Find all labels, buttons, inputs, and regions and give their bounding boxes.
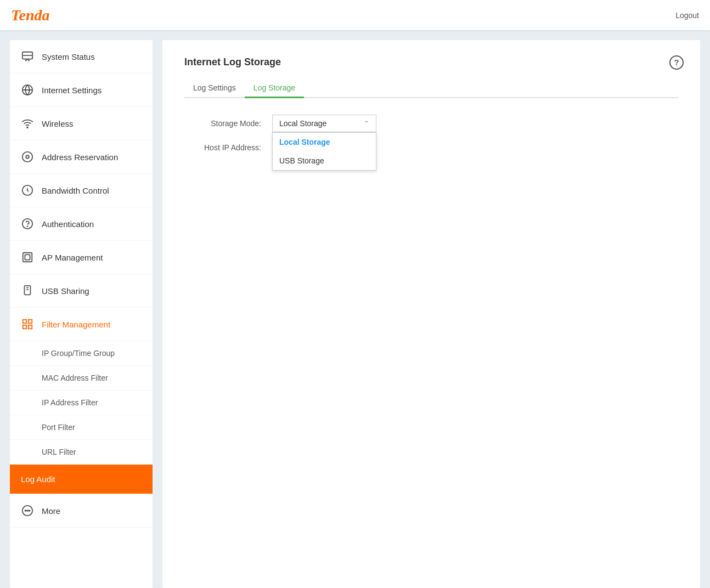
- sidebar-sub-label-url-filter: URL Filter: [42, 448, 76, 456]
- sidebar-item-ap-management[interactable]: AP Management: [10, 241, 153, 274]
- sidebar-sub-item-ip-group-time-group[interactable]: IP Group/Time Group: [10, 341, 153, 366]
- sidebar-item-authentication[interactable]: Authentication: [10, 207, 153, 241]
- svg-rect-17: [23, 325, 26, 329]
- main-content: Internet Log Storage ? Log Settings Log …: [162, 40, 700, 588]
- svg-point-22: [27, 510, 28, 511]
- logo: Tenda: [11, 7, 50, 24]
- sidebar-label-more: More: [42, 506, 60, 516]
- dropdown-selected[interactable]: Local Storage ⌃: [272, 115, 376, 132]
- sidebar-item-system-status[interactable]: System Status: [10, 40, 153, 74]
- sidebar: System Status Internet Settings Wireless: [10, 40, 153, 588]
- sidebar-label-internet-settings: Internet Settings: [42, 86, 102, 95]
- sidebar-label-address-reservation: Address Reservation: [42, 152, 118, 162]
- host-ip-label: Host IP Address:: [184, 143, 272, 152]
- auth-icon: [21, 217, 34, 230]
- usb-icon: [21, 284, 34, 297]
- sidebar-item-usb-sharing[interactable]: USB Sharing: [10, 274, 153, 308]
- sidebar-sub-label-port-filter: Port Filter: [42, 423, 75, 432]
- svg-point-6: [26, 155, 29, 159]
- monitor-icon: [21, 50, 34, 63]
- ap-icon: [21, 251, 34, 264]
- sidebar-item-wireless[interactable]: Wireless: [10, 107, 153, 140]
- sidebar-sub-item-url-filter[interactable]: URL Filter: [10, 440, 153, 465]
- layout: System Status Internet Settings Wireless: [10, 40, 700, 588]
- sidebar-item-more[interactable]: More: [10, 494, 153, 528]
- svg-point-23: [29, 510, 30, 511]
- tab-log-storage[interactable]: Log Storage: [245, 79, 304, 98]
- storage-mode-dropdown[interactable]: Local Storage ⌃ Local Storage USB Storag…: [272, 115, 376, 132]
- svg-rect-18: [29, 325, 32, 329]
- svg-rect-11: [25, 255, 30, 259]
- svg-point-5: [22, 152, 32, 162]
- storage-mode-row: Storage Mode: Local Storage ⌃ Local Stor…: [184, 115, 678, 132]
- svg-rect-10: [23, 253, 32, 262]
- sidebar-label-ap-management: AP Management: [42, 253, 103, 262]
- svg-point-4: [27, 127, 28, 128]
- sidebar-label-filter-management: Filter Management: [42, 320, 110, 329]
- sidebar-sub-label-ip-group-time-group: IP Group/Time Group: [42, 349, 115, 358]
- sidebar-item-address-reservation[interactable]: Address Reservation: [10, 140, 153, 174]
- logout-button[interactable]: Logout: [675, 11, 699, 20]
- dropdown-option-local-storage[interactable]: Local Storage: [273, 133, 376, 151]
- sidebar-label-usb-sharing: USB Sharing: [42, 286, 89, 296]
- sidebar-item-internet-settings[interactable]: Internet Settings: [10, 74, 153, 107]
- more-icon: [21, 504, 34, 517]
- filter-icon: [21, 318, 34, 331]
- dropdown-selected-text: Local Storage: [279, 119, 326, 128]
- dropdown-option-usb-storage[interactable]: USB Storage: [273, 151, 376, 170]
- sidebar-item-bandwidth-control[interactable]: Bandwidth Control: [10, 174, 153, 207]
- header: Tenda Logout: [0, 0, 710, 30]
- wireless-icon: [21, 117, 34, 130]
- storage-mode-label: Storage Mode:: [184, 119, 272, 128]
- sidebar-label-authentication: Authentication: [42, 219, 94, 229]
- page-title: Internet Log Storage: [184, 56, 678, 68]
- sidebar-item-log-audit[interactable]: Log Audit: [10, 465, 153, 494]
- tab-log-settings[interactable]: Log Settings: [184, 79, 245, 98]
- sidebar-label-system-status: System Status: [42, 52, 95, 61]
- globe-icon: [21, 83, 34, 97]
- sidebar-label-bandwidth-control: Bandwidth Control: [42, 186, 109, 195]
- sidebar-label-log-audit: Log Audit: [21, 474, 55, 484]
- sidebar-item-filter-management[interactable]: Filter Management: [10, 308, 153, 341]
- host-ip-row: Host IP Address:: [184, 143, 678, 152]
- sidebar-sub-item-port-filter[interactable]: Port Filter: [10, 415, 153, 440]
- svg-rect-16: [29, 320, 32, 323]
- help-icon[interactable]: ?: [669, 55, 684, 70]
- tabs: Log Settings Log Storage: [184, 79, 678, 98]
- ip-icon: [21, 150, 34, 163]
- dropdown-menu: Local Storage USB Storage: [272, 132, 376, 171]
- bandwidth-icon: [21, 184, 34, 197]
- chevron-up-icon: ⌃: [364, 120, 369, 127]
- sidebar-sub-item-ip-address-filter[interactable]: IP Address Filter: [10, 391, 153, 415]
- sidebar-sub-label-ip-address-filter: IP Address Filter: [42, 398, 98, 407]
- sidebar-label-wireless: Wireless: [42, 119, 74, 128]
- svg-rect-15: [23, 320, 26, 323]
- svg-point-21: [25, 510, 26, 511]
- sidebar-sub-label-mac-address-filter: MAC Address Filter: [42, 374, 108, 382]
- sidebar-sub-item-mac-address-filter[interactable]: MAC Address Filter: [10, 366, 153, 391]
